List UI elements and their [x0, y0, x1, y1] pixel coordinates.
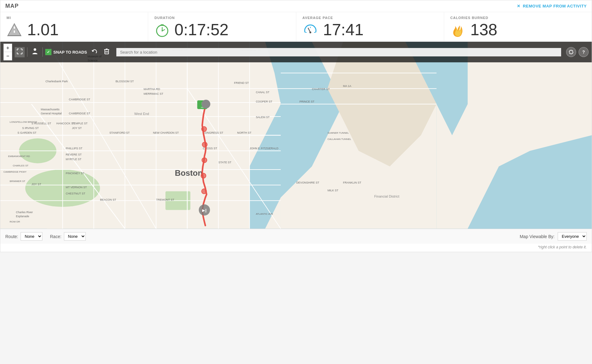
- svg-text:CAMBRIDGE PKWY: CAMBRIDGE PKWY: [3, 170, 27, 173]
- stats-bar: MI 1.01 DURATION: [0, 12, 592, 42]
- svg-marker-1: [8, 24, 20, 35]
- svg-text:MERRIMAC ST: MERRIMAC ST: [144, 92, 163, 95]
- route-selector: Route: None: [5, 232, 42, 241]
- map-title: MAP: [5, 3, 19, 9]
- svg-text:General Hospital: General Hospital: [41, 112, 62, 115]
- location-search-input[interactable]: [116, 48, 561, 56]
- svg-rect-3: [14, 31, 15, 33]
- footer-right: Map Viewable By: Everyone: [520, 232, 587, 241]
- svg-text:S IRVING ST: S IRVING ST: [22, 127, 39, 130]
- svg-text:CHESTNUT ST: CHESTNUT ST: [66, 192, 85, 195]
- stat-duration: DURATION 0:17:52: [148, 12, 296, 41]
- svg-text:STATE ST: STATE ST: [218, 161, 231, 164]
- svg-text:Boston: Boston: [175, 168, 202, 178]
- pace-label: AVERAGE PACE: [303, 16, 438, 20]
- footer-note: *right click a point to delete it.: [0, 244, 592, 252]
- svg-text:LONGFELLOW BRIDGE: LONGFELLOW BRIDGE: [10, 121, 37, 123]
- svg-point-112: [201, 189, 206, 194]
- svg-text:TREMONT ST: TREMONT ST: [156, 198, 174, 201]
- svg-text:SALEM ST: SALEM ST: [256, 116, 270, 119]
- svg-text:PINCKNEY ST: PINCKNEY ST: [66, 172, 85, 175]
- svg-text:CONGRESS ST: CONGRESS ST: [203, 131, 223, 134]
- zoom-controls[interactable]: + −: [3, 44, 12, 60]
- refresh-button[interactable]: [566, 47, 576, 57]
- distance-label: MI: [7, 16, 142, 20]
- viewable-dropdown[interactable]: Everyone: [558, 232, 587, 241]
- svg-text:CANAL ST: CANAL ST: [256, 91, 269, 94]
- svg-text:Esplanade: Esplanade: [16, 215, 29, 218]
- svg-text:CAMBRIDGE ST: CAMBRIDGE ST: [69, 98, 90, 101]
- svg-text:MARTHA RD: MARTHA RD: [144, 88, 160, 91]
- snap-to-roads-toggle[interactable]: ✓ SNAP TO ROADS: [45, 49, 87, 55]
- svg-text:MYRTLE ST: MYRTLE ST: [66, 158, 82, 161]
- svg-text:SUMNER TUNNEL: SUMNER TUNNEL: [328, 132, 349, 134]
- viewable-label: Map Viewable By:: [520, 234, 555, 239]
- svg-text:FRIEND ST: FRIEND ST: [234, 81, 249, 84]
- svg-text:PHILLIPS ST: PHILLIPS ST: [66, 147, 83, 150]
- svg-line-7: [162, 25, 164, 25]
- svg-text:REVERE ST: REVERE ST: [66, 153, 82, 156]
- header-bar: MAP ✕ REMOVE MAP FROM ACTIVITY: [0, 0, 592, 12]
- svg-text:West End: West End: [134, 112, 149, 116]
- help-button[interactable]: ?: [579, 47, 589, 57]
- svg-text:JOY ST: JOY ST: [32, 183, 41, 186]
- toolbar-divider: [27, 47, 27, 57]
- svg-text:STANIFORD ST: STANIFORD ST: [109, 131, 130, 134]
- zoom-in-button[interactable]: +: [4, 44, 12, 52]
- svg-text:BLOSSOM ST: BLOSSOM ST: [116, 80, 134, 83]
- calories-value: 138: [470, 22, 497, 38]
- map-container[interactable]: CAMBRIDGE ST CAMBRIDGE ST STANIFORD ST N…: [0, 42, 592, 229]
- snap-checkbox: ✓: [45, 49, 51, 55]
- remove-map-link[interactable]: ✕ REMOVE MAP FROM ACTIVITY: [517, 4, 587, 8]
- snap-label: SNAP TO ROADS: [53, 50, 87, 55]
- footer-bar: Route: None Race: None Map Viewable By: …: [0, 229, 592, 244]
- svg-point-108: [201, 127, 206, 132]
- svg-text:Financial District: Financial District: [374, 194, 399, 198]
- speedometer-icon: [303, 22, 318, 37]
- duration-value: 0:17:52: [174, 22, 229, 38]
- svg-text:CHARLES ST: CHARLES ST: [13, 164, 28, 167]
- svg-text:MA 1A: MA 1A: [343, 84, 351, 88]
- svg-text:Charles River: Charles River: [16, 211, 33, 214]
- pace-value: 17:41: [323, 22, 364, 38]
- svg-text:TEMPLE ST: TEMPLE ST: [72, 122, 88, 125]
- svg-point-12: [309, 31, 311, 33]
- svg-text:DEVONSHIRE ST: DEVONSHIRE ST: [296, 181, 319, 184]
- stat-pace: AVERAGE PACE 17:41: [296, 12, 444, 41]
- help-label: ?: [582, 50, 585, 55]
- delete-button[interactable]: [102, 48, 111, 57]
- svg-text:BRIMMER ST: BRIMMER ST: [10, 180, 25, 183]
- race-dropdown[interactable]: None: [64, 232, 86, 241]
- svg-text:NORTH ST: NORTH ST: [237, 131, 251, 134]
- flame-icon: [450, 22, 465, 37]
- svg-text:Massachusetts: Massachusetts: [41, 108, 60, 111]
- svg-point-110: [202, 158, 207, 163]
- svg-text:Charlesbank Park: Charlesbank Park: [46, 80, 68, 83]
- svg-point-109: [202, 142, 207, 147]
- svg-text:ATLANTIC AVE: ATLANTIC AVE: [256, 213, 273, 215]
- close-icon: ✕: [517, 4, 521, 8]
- zoom-out-button[interactable]: −: [4, 52, 12, 60]
- footer-left: Route: None Race: None: [5, 232, 86, 241]
- toolbar-divider-2: [42, 47, 43, 57]
- fullscreen-button[interactable]: [15, 47, 25, 57]
- svg-text:S GARDEN ST: S GARDEN ST: [17, 131, 36, 134]
- svg-text:ROW DR: ROW DR: [10, 220, 20, 223]
- svg-line-6: [161, 25, 162, 25]
- svg-text:CAMBRIDGE ST: CAMBRIDGE ST: [69, 112, 90, 115]
- svg-text:CHARTER ST: CHARTER ST: [312, 88, 330, 91]
- svg-text:▶‖: ▶‖: [202, 208, 207, 213]
- svg-text:PRINCE ST: PRINCE ST: [299, 100, 314, 103]
- map-svg: CAMBRIDGE ST CAMBRIDGE ST STANIFORD ST N…: [0, 42, 592, 229]
- svg-rect-2: [14, 26, 15, 29]
- svg-text:JOHN F. FITZGERALD: JOHN F. FITZGERALD: [250, 147, 279, 150]
- svg-text:COOPER ST: COOPER ST: [256, 100, 272, 103]
- route-dropdown[interactable]: None: [21, 232, 42, 241]
- svg-text:MILK ST: MILK ST: [328, 189, 338, 192]
- undo-button[interactable]: [90, 48, 99, 57]
- map-toolbar: + − ✓ SNAP TO ROADS: [0, 42, 592, 62]
- svg-point-111: [201, 173, 206, 178]
- svg-text:BEACON ST: BEACON ST: [100, 198, 116, 201]
- person-button[interactable]: [30, 47, 40, 57]
- race-label: Race:: [50, 234, 61, 239]
